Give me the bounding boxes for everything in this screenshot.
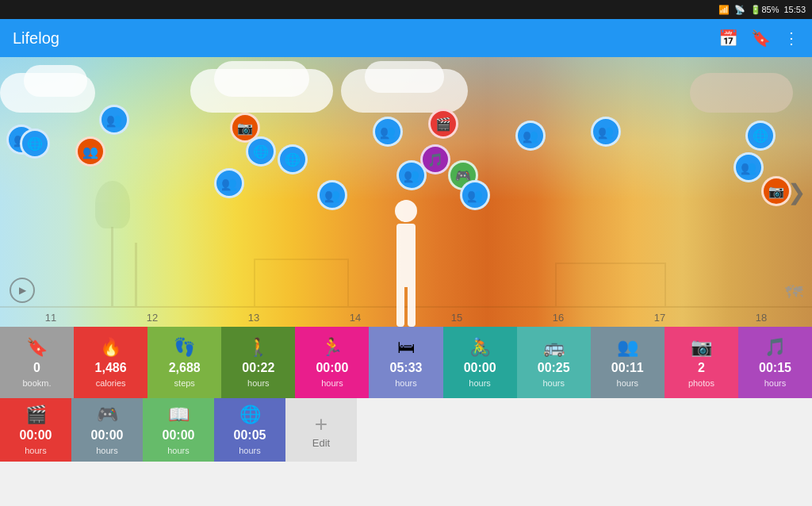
activity-bubble-b16[interactable]: 👥 — [515, 121, 546, 151]
day-17: 17 — [609, 312, 710, 324]
day-15: 15 — [406, 312, 508, 324]
stat-app[interactable]: 🌐 00:05 hours — [214, 398, 285, 462]
top-actions: 📅 🔖 ⋮ — [718, 29, 799, 48]
video-label: hours — [25, 446, 47, 455]
activity-bubble-b4[interactable]: 🌐 — [20, 128, 50, 159]
bookmark-stat-icon: 🔖 — [26, 337, 48, 358]
video-icon: 🎬 — [25, 404, 47, 425]
stat-transport[interactable]: 🚌 00:25 hours — [517, 327, 591, 398]
game-label: hours — [96, 446, 118, 455]
top-bar: Lifelog 📅 🔖 ⋮ — [0, 19, 812, 57]
stat-bookmark[interactable]: 🔖 0 bookm. — [0, 327, 74, 398]
stats-area: 🔖 0 bookm. 🔥 1,486 calories 👣 2,688 step… — [0, 327, 812, 506]
stat-music[interactable]: 🎵 00:15 hours — [738, 327, 812, 398]
sleep-icon: 🛏 — [397, 337, 415, 358]
play-button[interactable]: ▶ — [10, 278, 35, 303]
activity-bubble-b2[interactable]: 👥 — [75, 136, 105, 167]
stats-row2: 🎬 00:00 hours 🎮 00:00 hours 📖 00:00 hour… — [0, 398, 812, 462]
activity-bubble-b8[interactable]: 👥 — [214, 168, 244, 198]
book-icon: 📖 — [168, 404, 190, 425]
social-value: 00:11 — [611, 361, 644, 375]
activity-bubble-b20[interactable]: 👥 — [733, 152, 764, 182]
photo-icon: 📷 — [691, 337, 712, 358]
photo-label: photos — [688, 378, 714, 388]
stat-photo[interactable]: 📷 2 photos — [665, 327, 738, 398]
add-tile[interactable]: + Edit — [285, 398, 357, 462]
activity-bubble-b6[interactable]: 🌐 — [246, 136, 276, 167]
bike-label: hours — [469, 378, 491, 388]
steps-icon: 👣 — [174, 337, 195, 358]
walk-value: 00:22 — [242, 361, 274, 375]
stat-walk[interactable]: 🚶 00:22 hours — [221, 327, 295, 398]
status-bar: 📶 📡 🔋85% 15:53 — [0, 0, 812, 19]
day-16: 16 — [508, 312, 609, 324]
social-label: hours — [617, 378, 639, 388]
stat-calories[interactable]: 🔥 1,486 calories — [74, 327, 147, 398]
bubbles-container: 👥👥👥🌐📷🌐🌐👥👥👥🎬🎵👥🎮👥👥👥🌐📷👥 — [0, 57, 812, 303]
map-button[interactable]: 🗺 — [785, 282, 802, 303]
calendar-icon[interactable]: 📅 — [718, 29, 738, 48]
play-icon: ▶ — [19, 285, 26, 296]
day-12: 12 — [102, 312, 203, 324]
activity-bubble-b13[interactable]: 👥 — [396, 160, 427, 190]
calories-label: calories — [96, 378, 126, 388]
stat-bike[interactable]: 🚴 00:00 hours — [443, 327, 517, 398]
map-icon: 🗺 — [785, 282, 802, 302]
stat-social[interactable]: 👥 00:11 hours — [591, 327, 665, 398]
activity-bubble-b10[interactable]: 👥 — [373, 117, 403, 147]
signal-icon: 📡 — [734, 5, 745, 15]
activity-bubble-b3[interactable]: 👥 — [99, 105, 129, 135]
activity-bubble-b11[interactable]: 🎬 — [428, 109, 458, 139]
stat-video[interactable]: 🎬 00:00 hours — [0, 398, 71, 462]
activity-bubble-b7[interactable]: 🌐 — [278, 144, 308, 174]
app-label: hours — [239, 446, 261, 455]
stat-game[interactable]: 🎮 00:00 hours — [71, 398, 143, 462]
day-11: 11 — [0, 312, 102, 324]
stat-sleep[interactable]: 🛏 05:33 hours — [369, 327, 442, 398]
wifi-icon: 📶 — [718, 5, 730, 15]
social-icon: 👥 — [617, 337, 638, 358]
book-value: 00:00 — [163, 428, 195, 443]
calories-icon: 🔥 — [100, 337, 121, 358]
nav-arrow-right[interactable]: ❯ — [787, 179, 806, 205]
app-title: Lifelog — [13, 29, 59, 48]
run-label: hours — [321, 378, 343, 388]
run-icon: 🏃 — [321, 337, 343, 358]
stat-book[interactable]: 📖 00:00 hours — [143, 398, 214, 462]
day-labels: 11 12 13 14 15 16 17 18 — [0, 308, 812, 327]
activity-bubble-b17[interactable]: 👥 — [591, 117, 621, 147]
app-value: 00:05 — [234, 428, 266, 443]
sleep-value: 05:33 — [390, 361, 423, 375]
main-content: 👥👥👥🌐📷🌐🌐👥👥👥🎬🎵👥🎮👥👥👥🌐📷👥 11 12 13 14 15 16 1… — [0, 57, 812, 506]
stat-run[interactable]: 🏃 00:00 hours — [295, 327, 369, 398]
activity-bubble-b15[interactable]: 👥 — [460, 180, 490, 210]
bike-value: 00:00 — [464, 361, 496, 375]
transport-value: 00:25 — [538, 361, 570, 375]
walk-label: hours — [247, 378, 270, 388]
stat-steps[interactable]: 👣 2,688 steps — [147, 327, 221, 398]
calories-value: 1,486 — [95, 361, 127, 375]
time-display: 15:53 — [783, 5, 806, 14]
bookmark-value: 0 — [33, 361, 40, 375]
day-13: 13 — [203, 312, 304, 324]
steps-value: 2,688 — [169, 361, 201, 375]
more-icon[interactable]: ⋮ — [783, 29, 799, 48]
activity-bubble-b18[interactable]: 🌐 — [745, 121, 776, 151]
run-value: 00:00 — [316, 361, 348, 375]
timeline-area: 👥👥👥🌐📷🌐🌐👥👥👥🎬🎵👥🎮👥👥👥🌐📷👥 11 12 13 14 15 16 1… — [0, 57, 812, 327]
plus-icon: + — [315, 412, 327, 437]
activity-bubble-b9[interactable]: 👥 — [317, 180, 347, 210]
day-18: 18 — [710, 312, 812, 324]
music-value: 00:15 — [759, 361, 791, 375]
game-icon: 🎮 — [97, 404, 118, 425]
empty-tile — [357, 398, 812, 462]
music-label: hours — [764, 378, 787, 388]
book-label: hours — [167, 446, 190, 455]
day-14: 14 — [304, 312, 406, 324]
video-value: 00:00 — [20, 428, 52, 443]
edit-label: Edit — [312, 437, 330, 449]
photo-value: 2 — [698, 361, 705, 375]
bookmark-icon[interactable]: 🔖 — [751, 29, 771, 48]
music-icon: 🎵 — [764, 337, 786, 358]
bookmark-label: bookm. — [23, 378, 52, 388]
